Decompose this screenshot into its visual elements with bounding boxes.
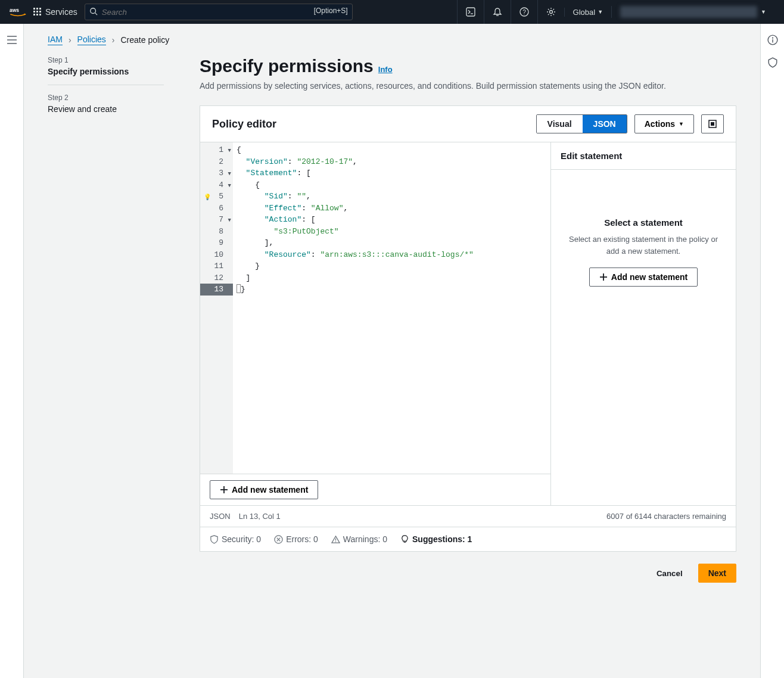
editor-mode-toggle: Visual JSON [536, 114, 627, 133]
wizard-steps: Step 1 Specify permissions Step 2 Review… [48, 56, 164, 583]
chevron-right-icon: › [69, 35, 71, 45]
plus-icon [599, 273, 608, 281]
search-icon [89, 7, 98, 15]
shield-icon [210, 535, 219, 544]
page-title: Specify permissions [200, 56, 374, 76]
breadcrumb-policies[interactable]: Policies [77, 35, 106, 45]
warning-icon [331, 535, 340, 544]
svg-point-34 [771, 38, 773, 39]
policy-checks-bar: Security: 0 Errors: 0 Warnings: 0 S [200, 527, 736, 551]
errors-check[interactable]: Errors: 0 [274, 534, 318, 544]
account-menu[interactable]: ▼ [611, 6, 774, 18]
breadcrumb-current: Create policy [120, 35, 169, 45]
notifications-button[interactable] [484, 0, 511, 24]
region-selector[interactable]: Global ▼ [564, 8, 612, 17]
top-nav: aws Services [Option+S] ? Global ▼ [0, 0, 784, 24]
suggestions-check[interactable]: Suggestions: 1 [400, 534, 472, 544]
status-language: JSON [210, 512, 231, 521]
chevron-down-icon: ▼ [679, 121, 684, 127]
errors-label: Errors: 0 [286, 534, 318, 544]
warnings-check[interactable]: Warnings: 0 [331, 534, 387, 544]
settings-button[interactable] [537, 0, 564, 24]
step-2[interactable]: Step 2 Review and create [48, 94, 164, 122]
svg-rect-5 [36, 11, 38, 13]
add-statement-button[interactable]: Add new statement [210, 480, 318, 499]
svg-rect-3 [39, 8, 41, 10]
region-label: Global [573, 8, 596, 17]
svg-rect-4 [33, 11, 35, 13]
status-position: Ln 13, Col 1 [239, 512, 281, 521]
json-tab[interactable]: JSON [583, 115, 627, 133]
side-add-statement-button[interactable]: Add new statement [589, 268, 698, 287]
security-label: Security: 0 [222, 534, 261, 544]
right-rail [760, 24, 784, 678]
breadcrumb: IAM › Policies › Create policy [48, 35, 736, 45]
svg-rect-6 [39, 11, 41, 13]
step-1-title: Specify permissions [48, 67, 164, 76]
error-icon [274, 535, 283, 544]
search-shortcut: [Option+S] [314, 7, 348, 15]
search-input[interactable] [85, 4, 353, 20]
cancel-button[interactable]: Cancel [647, 564, 692, 583]
info-icon[interactable] [767, 35, 778, 45]
svg-rect-2 [36, 8, 38, 10]
side-panel-header: Edit statement [551, 142, 736, 170]
left-rail [0, 24, 24, 678]
svg-line-11 [95, 13, 97, 15]
next-button[interactable]: Next [698, 564, 736, 583]
status-chars: 6007 of 6144 characters remaining [606, 512, 726, 521]
svg-rect-12 [466, 8, 475, 16]
security-check[interactable]: Security: 0 [210, 534, 261, 544]
svg-text:aws: aws [10, 7, 19, 13]
hamburger-icon[interactable] [7, 36, 17, 678]
grid-icon [33, 8, 42, 16]
side-panel-desc: Select an existing statement in the poli… [568, 234, 719, 257]
side-panel-title: Select a statement [568, 217, 719, 228]
svg-rect-1 [33, 8, 35, 10]
services-label: Services [45, 7, 77, 17]
help-button[interactable]: ? [511, 0, 537, 24]
svg-rect-7 [33, 14, 35, 15]
info-link[interactable]: Info [378, 65, 393, 74]
step-1-label: Step 1 [48, 56, 164, 64]
policy-editor-panel: Policy editor Visual JSON Actions ▼ [200, 105, 736, 552]
svg-point-17 [549, 11, 552, 14]
page-description: Add permissions by selecting services, a… [200, 80, 736, 92]
services-menu[interactable]: Services [33, 7, 77, 17]
editor-status-bar: JSON Ln 13, Col 1 6007 of 6144 character… [200, 505, 736, 527]
panel-title: Policy editor [212, 118, 276, 130]
chevron-right-icon: › [112, 35, 115, 45]
account-name [620, 6, 757, 18]
fullscreen-button[interactable] [701, 114, 724, 133]
search-wrap: [Option+S] [85, 4, 353, 20]
json-editor[interactable]: 1▼23▼4▼5💡67▼8910111213 { "Version": "201… [200, 142, 550, 474]
svg-point-31 [335, 541, 336, 542]
actions-label: Actions [645, 119, 675, 129]
breadcrumb-iam[interactable]: IAM [48, 35, 63, 45]
svg-rect-8 [36, 14, 38, 15]
actions-dropdown[interactable]: Actions ▼ [634, 114, 694, 133]
security-icon[interactable] [767, 57, 778, 68]
visual-tab[interactable]: Visual [537, 115, 583, 133]
cloudshell-button[interactable] [457, 0, 484, 24]
chevron-down-icon: ▼ [598, 9, 603, 15]
add-statement-label: Add new statement [232, 485, 308, 494]
aws-logo[interactable]: aws [10, 7, 26, 17]
lightbulb-icon [400, 535, 409, 544]
svg-text:?: ? [522, 9, 526, 15]
svg-rect-22 [711, 122, 714, 126]
svg-rect-9 [39, 14, 41, 15]
statement-side-panel: Edit statement Select a statement Select… [551, 142, 736, 505]
svg-point-10 [90, 8, 95, 14]
plus-icon [220, 486, 228, 494]
warnings-label: Warnings: 0 [343, 534, 387, 544]
side-add-statement-label: Add new statement [611, 272, 687, 282]
step-2-title: Review and create [48, 104, 164, 114]
chevron-down-icon: ▼ [761, 9, 766, 15]
step-1[interactable]: Step 1 Specify permissions [48, 56, 164, 85]
suggestions-label: Suggestions: 1 [412, 534, 472, 544]
step-2-label: Step 2 [48, 94, 164, 102]
